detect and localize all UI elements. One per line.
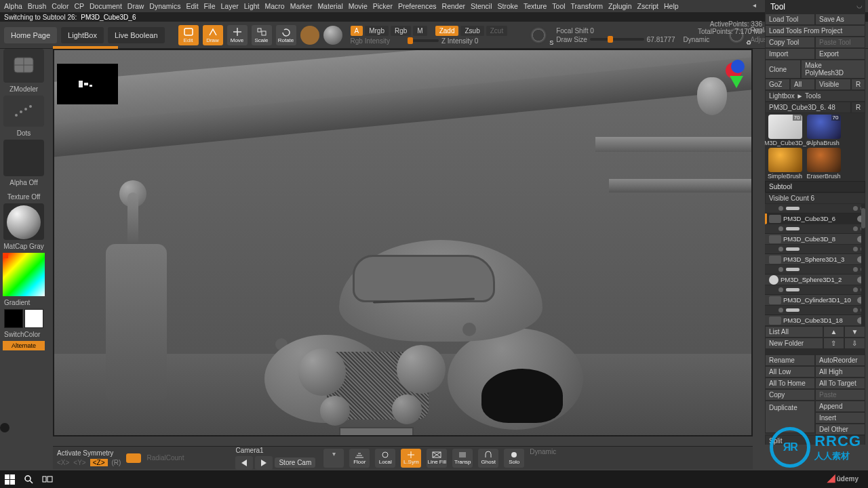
edge-handle[interactable] bbox=[0, 423, 9, 432]
lightbox-button[interactable]: LightBox bbox=[61, 27, 104, 43]
focal-shift-slider[interactable]: Focal Shift 0 bbox=[556, 27, 709, 35]
camera-head-widget[interactable] bbox=[697, 77, 727, 115]
transp-toggle[interactable]: Transp bbox=[452, 449, 473, 468]
solo-toggle[interactable]: Solo bbox=[504, 449, 524, 468]
menu-help[interactable]: Help bbox=[664, 2, 679, 10]
secondary-color-swatch[interactable] bbox=[24, 309, 43, 328]
brush-preview-material[interactable] bbox=[300, 26, 319, 45]
subtool-paste-button[interactable]: Paste bbox=[815, 389, 865, 401]
draw-size-slider[interactable]: Draw Size 67.81777 Dynamic bbox=[556, 36, 709, 43]
menu-zscript[interactable]: Zscript bbox=[637, 2, 659, 10]
export-button[interactable]: Export bbox=[815, 48, 865, 60]
folder-down-button[interactable]: ⇩ bbox=[844, 338, 865, 349]
menu-cp[interactable]: CP bbox=[74, 2, 84, 10]
menu-document[interactable]: Document bbox=[90, 2, 122, 10]
edit-mode-button[interactable]: Edit bbox=[178, 25, 199, 45]
copy-tool-button[interactable]: Copy Tool bbox=[765, 37, 815, 48]
all-low-button[interactable]: All Low bbox=[765, 366, 815, 378]
menu-material[interactable]: Material bbox=[317, 2, 342, 10]
radial-count-label[interactable]: RadialCount bbox=[146, 454, 184, 462]
sym-y[interactable]: <Y> bbox=[73, 459, 85, 466]
current-tool-name[interactable]: PM3D_Cube3D_6. 48 bbox=[765, 102, 851, 113]
timeline-prev-button[interactable] bbox=[235, 456, 253, 470]
texture-thumbnail[interactable] bbox=[3, 203, 44, 240]
draw-mode-button[interactable]: Draw bbox=[203, 25, 223, 45]
scale-mode-button[interactable]: Scale bbox=[252, 25, 272, 45]
tool-item-simple[interactable]: SimpleBrush bbox=[766, 148, 804, 180]
start-button[interactable] bbox=[4, 474, 15, 485]
color-picker[interactable] bbox=[3, 253, 45, 296]
list-all-button[interactable]: List All bbox=[765, 326, 823, 338]
brush-thumbnail[interactable] bbox=[3, 49, 44, 83]
live-boolean-button[interactable]: Live Boolean bbox=[108, 27, 165, 43]
menu-tool[interactable]: Tool bbox=[552, 2, 565, 10]
home-page-button[interactable]: Home Page bbox=[4, 27, 57, 43]
menu-light[interactable]: Light bbox=[244, 2, 260, 10]
rgb-chip[interactable]: Rgb bbox=[391, 26, 411, 36]
menu-edit[interactable]: Edit bbox=[186, 2, 198, 10]
alpha-thumbnail[interactable] bbox=[3, 140, 44, 176]
camera-label[interactable]: Camera1 bbox=[235, 447, 263, 454]
menu-zplugin[interactable]: Zplugin bbox=[608, 2, 631, 10]
move-up-button[interactable]: ▲ bbox=[823, 326, 844, 338]
save-as-button[interactable]: Save As bbox=[815, 14, 865, 25]
a-chip[interactable]: A bbox=[351, 26, 363, 36]
subtool-row-2[interactable]: PM3D_Sphere3D1_3 bbox=[765, 254, 865, 265]
sym-z[interactable]: <Z> bbox=[90, 459, 108, 466]
tool-palette-title[interactable]: Tool ◂ ◡ bbox=[765, 0, 865, 14]
subtool-row-4[interactable]: PM3D_Cylinder3D1_10 bbox=[765, 295, 865, 306]
auto-reorder-button[interactable]: AutoReorder bbox=[815, 354, 865, 366]
search-button[interactable] bbox=[23, 474, 34, 485]
goz-button[interactable]: GoZ bbox=[765, 79, 790, 90]
menu-file[interactable]: File bbox=[204, 2, 216, 10]
menu-color[interactable]: Color bbox=[52, 2, 68, 10]
subtool-row-1[interactable]: PM3D_Cube3D_8 bbox=[765, 234, 865, 245]
task-view-button[interactable] bbox=[42, 474, 53, 485]
tool-item-alpha[interactable]: 70 AlphaBrush bbox=[805, 115, 842, 146]
zcut-chip[interactable]: Zcut bbox=[486, 26, 507, 36]
timeline-play-button[interactable] bbox=[255, 456, 273, 470]
subtool-row-0[interactable]: PM3D_Cube3D_6 bbox=[765, 214, 865, 224]
menu-alpha[interactable]: Alpha bbox=[4, 2, 22, 10]
append-button[interactable]: Append bbox=[815, 401, 865, 412]
focal-shift-dial[interactable]: S bbox=[529, 26, 548, 45]
menu-render[interactable]: Render bbox=[442, 2, 465, 10]
lsym-toggle[interactable]: L.Sym bbox=[401, 449, 421, 468]
stroke-thumbnail[interactable] bbox=[3, 96, 44, 127]
zadd-chip[interactable]: Zadd bbox=[435, 26, 459, 36]
import-button[interactable]: Import bbox=[765, 48, 815, 60]
local-toggle[interactable]: Local bbox=[375, 449, 395, 468]
all-high-button[interactable]: All High bbox=[815, 366, 865, 378]
gradient-label[interactable]: Gradient bbox=[3, 299, 30, 306]
move-down-button[interactable]: ▼ bbox=[844, 326, 865, 338]
z-intensity-slider[interactable]: Z Intensity 0 bbox=[408, 37, 478, 45]
tool-item-eraser[interactable]: EraserBrush bbox=[805, 148, 842, 180]
duplicate-button[interactable]: Duplicate bbox=[765, 401, 815, 433]
all-to-home-button[interactable]: All To Home bbox=[765, 378, 815, 389]
line-fill-toggle[interactable]: Line Fill bbox=[427, 449, 447, 468]
menu-marker[interactable]: Marker bbox=[290, 2, 313, 10]
tool-item-mesh[interactable]: 70 PM3D_Cube3D_6 bbox=[766, 115, 804, 146]
dynamic-toggle[interactable]: Dynamic bbox=[683, 36, 709, 43]
goz-all-button[interactable]: All bbox=[790, 79, 815, 90]
paste-tool-button[interactable]: Paste Tool bbox=[815, 37, 865, 48]
load-tool-button[interactable]: Load Tool bbox=[765, 14, 815, 25]
menu-draw[interactable]: Draw bbox=[127, 2, 144, 10]
subtool-scrollbar[interactable] bbox=[861, 204, 865, 326]
activate-symmetry-button[interactable]: Activate Symmetry bbox=[57, 449, 113, 457]
current-tool-r[interactable]: R bbox=[851, 102, 865, 113]
camera-dropdown[interactable]: ▾ bbox=[323, 449, 344, 468]
load-from-project-button[interactable]: Load Tools From Project bbox=[765, 25, 865, 37]
menu-brush[interactable]: Brush bbox=[28, 2, 46, 10]
m-chip[interactable]: M bbox=[413, 26, 427, 36]
subtool-copy-button[interactable]: Copy bbox=[765, 389, 815, 401]
menu-macro[interactable]: Macro bbox=[265, 2, 285, 10]
make-polymesh-button[interactable]: Make PolyMesh3D bbox=[801, 60, 865, 79]
floor-toggle[interactable]: Floor bbox=[349, 449, 370, 468]
subtool-row-5[interactable]: PM3D_Cube3D1_18 bbox=[765, 315, 865, 326]
history-thumbnail[interactable] bbox=[57, 64, 118, 104]
subtool-header[interactable]: Subtool bbox=[765, 181, 865, 192]
dynamic-label[interactable]: Dynamic bbox=[530, 448, 556, 455]
del-other-button[interactable]: Del Other bbox=[815, 424, 865, 435]
menu-preferences[interactable]: Preferences bbox=[398, 2, 437, 10]
